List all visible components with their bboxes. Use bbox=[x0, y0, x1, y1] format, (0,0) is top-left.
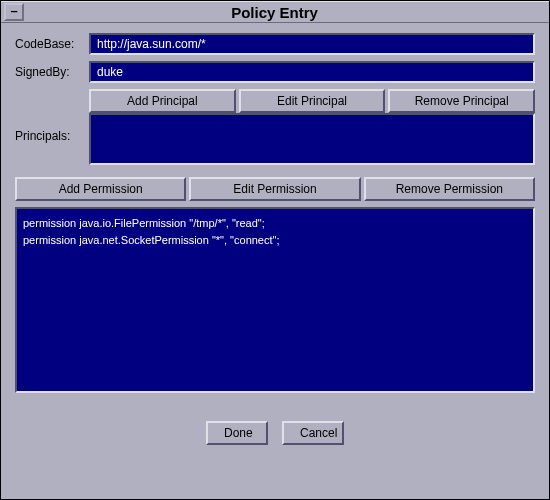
dialog-button-row: Done Cancel bbox=[15, 421, 535, 445]
principal-button-row: Add Principal Edit Principal Remove Prin… bbox=[89, 89, 535, 113]
signedby-label: SignedBy: bbox=[15, 65, 89, 79]
minimize-icon: – bbox=[10, 3, 17, 18]
permissions-list[interactable]: permission java.io.FilePermission "/tmp/… bbox=[15, 207, 535, 393]
title-bar: – Policy Entry bbox=[1, 1, 549, 23]
signedby-row: SignedBy: bbox=[15, 61, 535, 83]
cancel-button[interactable]: Cancel bbox=[282, 421, 344, 445]
add-principal-button[interactable]: Add Principal bbox=[89, 89, 236, 113]
permission-button-row: Add Permission Edit Permission Remove Pe… bbox=[15, 177, 535, 201]
codebase-label: CodeBase: bbox=[15, 37, 89, 51]
window-title: Policy Entry bbox=[24, 4, 549, 21]
remove-permission-button[interactable]: Remove Permission bbox=[364, 177, 535, 201]
list-item[interactable]: permission java.io.FilePermission "/tmp/… bbox=[23, 215, 527, 232]
principals-list[interactable] bbox=[89, 113, 535, 165]
edit-permission-button[interactable]: Edit Permission bbox=[189, 177, 360, 201]
done-button[interactable]: Done bbox=[206, 421, 268, 445]
dialog-content: CodeBase: SignedBy: Add Principal Edit P… bbox=[1, 23, 549, 451]
codebase-input[interactable] bbox=[89, 33, 535, 55]
codebase-row: CodeBase: bbox=[15, 33, 535, 55]
list-item[interactable]: permission java.net.SocketPermission "*"… bbox=[23, 232, 527, 249]
add-permission-button[interactable]: Add Permission bbox=[15, 177, 186, 201]
remove-principal-button[interactable]: Remove Principal bbox=[388, 89, 535, 113]
edit-principal-button[interactable]: Edit Principal bbox=[239, 89, 386, 113]
principals-label: Principals: bbox=[15, 113, 85, 165]
principals-row: Principals: bbox=[15, 113, 535, 165]
window-minimize-button[interactable]: – bbox=[4, 3, 24, 21]
signedby-input[interactable] bbox=[89, 61, 535, 83]
